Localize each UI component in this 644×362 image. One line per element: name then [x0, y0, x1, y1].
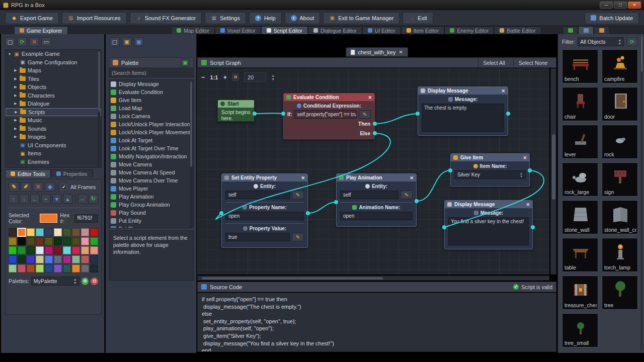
color-swatch[interactable] — [72, 255, 80, 263]
palette-select[interactable]: MyPalette ▲▼ — [31, 277, 79, 286]
asset-tile-tree[interactable]: tree — [602, 276, 638, 310]
color-swatch[interactable] — [18, 255, 26, 263]
color-swatch[interactable] — [81, 246, 89, 254]
zoom-reset-button[interactable]: 1:1 — [210, 74, 218, 80]
color-swatch[interactable] — [36, 264, 44, 273]
menu-button-about[interactable]: iAbout — [285, 12, 320, 24]
mini-characters-tab[interactable] — [594, 26, 609, 34]
minimize-button[interactable]: ─ — [600, 2, 613, 9]
fill-tool-button[interactable]: ◈ — [45, 182, 55, 192]
sidebar-item-items[interactable]: ▣Items — [6, 149, 101, 158]
asset-scrollbar[interactable] — [640, 36, 643, 350]
tab-dialogue-editor[interactable]: Dialogue Editor — [308, 26, 362, 34]
edit-property-value-button[interactable]: ✎ — [292, 233, 304, 241]
palette-item-put-entity[interactable]: Put Entity — [109, 217, 193, 225]
color-swatch[interactable] — [27, 246, 35, 254]
color-swatch[interactable] — [90, 264, 98, 273]
tab-script-editor[interactable]: Script Editor — [261, 26, 308, 34]
color-swatch[interactable] — [27, 255, 35, 263]
node-play-animation[interactable]: Play Animation ✕ Entity: self ✎ Animatio… — [336, 173, 417, 227]
brush-tool-button[interactable]: ✐ — [21, 182, 31, 192]
node-display-message-1[interactable]: Display Message ✕ Message: The chest is … — [418, 86, 508, 136]
mini-objects-tab[interactable] — [578, 26, 594, 34]
menu-button-import-resources[interactable]: ▥Import Resources — [62, 12, 127, 24]
color-swatch[interactable] — [63, 264, 71, 273]
sidebar-item-example-game[interactable]: ▼▣Example Game — [6, 50, 101, 58]
node-close-icon[interactable]: ✕ — [501, 88, 505, 94]
palette-item-give-item[interactable]: Give Item — [109, 96, 193, 104]
animation-name-input[interactable]: open — [340, 212, 413, 220]
asset-tile-treasure_chest[interactable]: treasure_chest — [562, 276, 598, 310]
sidebar-item-ui-components[interactable]: ▣UI Components — [6, 141, 101, 150]
asset-tile-bench[interactable]: bench — [562, 49, 598, 83]
color-swatch[interactable] — [18, 237, 26, 245]
palette-select-spinner[interactable]: ▲▼ — [73, 278, 77, 285]
close-button[interactable]: ✕ — [628, 2, 641, 9]
menu-button-exit-to-game-manager[interactable]: ▣Exit to Game Manager — [323, 12, 399, 24]
color-swatch[interactable] — [27, 264, 35, 273]
palette-item-load-map[interactable]: Load Map — [109, 104, 193, 112]
node-evaluate-condition[interactable]: Evaluate Condition ✕ Conditional Express… — [283, 93, 375, 139]
item-select-spinner[interactable]: ▲▼ — [520, 172, 523, 178]
zoom-in-button[interactable]: + — [223, 73, 227, 81]
select-none-button[interactable]: Select None — [513, 57, 552, 68]
palette-item-play-animation[interactable]: Play Animation — [109, 193, 193, 201]
color-swatch[interactable] — [9, 246, 17, 254]
color-swatch[interactable] — [90, 255, 98, 263]
entity-input[interactable]: self — [225, 191, 290, 199]
select-all-button[interactable]: Select All — [478, 57, 510, 68]
maximize-button[interactable]: □ — [614, 2, 627, 9]
palette-item-move-camera-over-time[interactable]: Move Camera Over Time — [109, 176, 193, 185]
asset-refresh-button[interactable]: ⟳ — [626, 37, 637, 46]
color-swatch[interactable] — [90, 246, 98, 254]
asset-tile-sign[interactable]: sign — [602, 162, 638, 197]
delete-button[interactable]: ✖ — [29, 37, 39, 46]
palette-item-move-player[interactable]: Move Player — [109, 185, 193, 193]
color-swatch[interactable] — [9, 237, 17, 245]
palette-item-play-group-animation[interactable]: Play Group Animation — [109, 201, 193, 209]
node-close-icon[interactable]: ✕ — [523, 155, 527, 160]
pencil-tool-button[interactable]: ✎ — [9, 182, 19, 192]
move-left-button[interactable]: ← — [30, 194, 40, 204]
tab-map-editor[interactable]: Map Editor — [171, 26, 215, 34]
color-swatch[interactable] — [90, 237, 98, 245]
tab-editor-tools[interactable]: Editor Tools — [5, 169, 51, 177]
tree-scrollbar[interactable] — [98, 50, 101, 168]
node-close-icon[interactable]: ✕ — [368, 95, 372, 100]
color-swatch[interactable] — [36, 246, 44, 254]
color-swatch[interactable] — [18, 246, 26, 254]
color-swatch[interactable] — [54, 255, 62, 263]
color-swatch[interactable] — [45, 246, 53, 254]
collapse-button[interactable]: ▭ — [41, 37, 51, 46]
property-name-input[interactable]: open — [225, 212, 304, 220]
sidebar-item-tiles[interactable]: ▶Tiles — [6, 75, 101, 83]
menu-button-export-game[interactable]: ◆Export Game — [5, 12, 59, 24]
palette-add-button[interactable]: ▣ — [181, 59, 190, 67]
color-swatch[interactable] — [81, 264, 89, 273]
refresh-button[interactable]: ⟳ — [17, 37, 27, 46]
sidebar-item-maps[interactable]: ▶Maps — [6, 66, 101, 75]
message-textarea[interactable]: The chest is empty. — [422, 104, 504, 132]
condition-expression-input[interactable]: self.property["open"] == true — [294, 110, 357, 119]
asset-tile-table[interactable]: table — [562, 238, 598, 272]
edit-entity-button[interactable]: ✎ — [400, 191, 413, 199]
sidebar-item-scripts[interactable]: ▶Scripts — [6, 108, 101, 117]
color-swatch[interactable] — [54, 237, 62, 245]
palette-item-evaluate-condition[interactable]: Evaluate Condition — [109, 88, 193, 96]
script-file-tab[interactable]: chest_with_key ✕ — [346, 47, 408, 57]
color-swatch[interactable] — [36, 228, 44, 236]
color-swatch[interactable] — [72, 246, 80, 254]
color-swatch[interactable] — [54, 264, 62, 273]
sidebar-item-enemies[interactable]: ▣Enemies — [6, 158, 101, 166]
grid-size-input[interactable]: 20 — [244, 72, 266, 82]
color-swatch[interactable] — [45, 264, 53, 273]
entity-input[interactable]: self — [340, 191, 398, 199]
sidebar-item-music[interactable]: ▶Music — [6, 116, 101, 125]
mini-tiles-tab[interactable] — [562, 26, 578, 34]
palette-item-modify-navigation-interaction[interactable]: Modify Navigation/Interaction — [109, 152, 193, 160]
shift-down-button[interactable]: ▼ — [52, 194, 62, 204]
menu-button-sound-fx-generator[interactable]: ♪Sound FX Generator — [130, 12, 202, 24]
move-up-button[interactable]: ↑ — [9, 194, 18, 204]
tab-battle-editor[interactable]: Battle Editor — [494, 26, 541, 34]
asset-tile-torch_lamp[interactable]: torch_lamp — [602, 238, 638, 272]
